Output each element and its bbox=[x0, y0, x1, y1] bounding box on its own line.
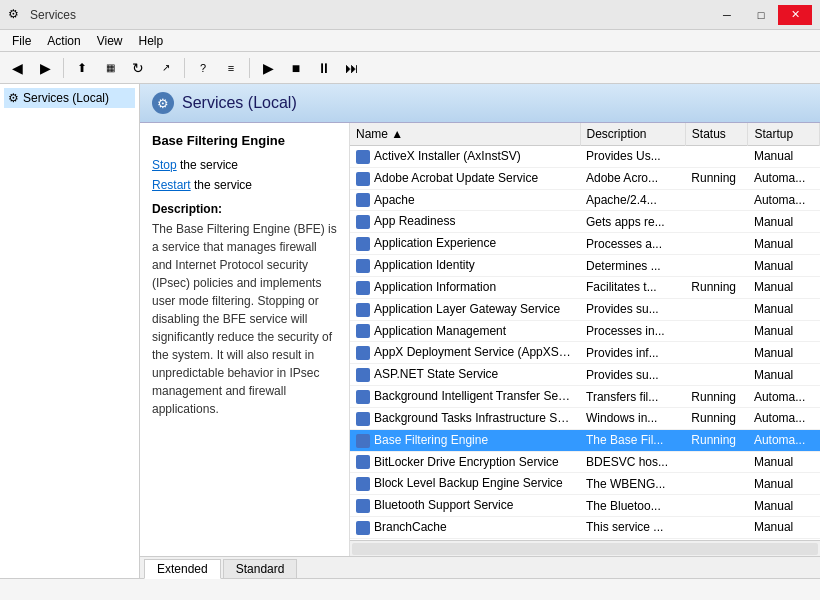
service-icon bbox=[356, 303, 370, 317]
service-status-cell bbox=[685, 146, 748, 168]
app-icon: ⚙ bbox=[8, 7, 24, 23]
service-status-cell bbox=[685, 517, 748, 539]
menu-view[interactable]: View bbox=[89, 32, 131, 50]
stop-suffix: the service bbox=[177, 158, 238, 172]
menu-action[interactable]: Action bbox=[39, 32, 88, 50]
services-table: Name ▲ Description Status Startup bbox=[350, 123, 820, 540]
col-name[interactable]: Name ▲ bbox=[350, 123, 580, 146]
main-container: ⚙ Services (Local) ⚙ Services (Local) Ba… bbox=[0, 84, 820, 578]
refresh-button[interactable]: ↻ bbox=[125, 56, 151, 80]
service-status-cell bbox=[685, 298, 748, 320]
show-hide-button[interactable]: ▦ bbox=[97, 56, 123, 80]
close-button[interactable]: ✕ bbox=[778, 5, 812, 25]
table-row[interactable]: Application InformationFacilitates t...R… bbox=[350, 276, 820, 298]
table-row[interactable]: Application Layer Gateway ServiceProvide… bbox=[350, 298, 820, 320]
table-row[interactable]: ASP.NET State ServiceProvides su...Manua… bbox=[350, 364, 820, 386]
table-row[interactable]: ActiveX Installer (AxInstSV)Provides Us.… bbox=[350, 146, 820, 168]
service-name-cell: BitLocker Drive Encryption Service bbox=[350, 451, 580, 473]
table-row[interactable]: Background Tasks Infrastructure ServiceW… bbox=[350, 407, 820, 429]
service-name-cell: Adobe Acrobat Update Service bbox=[350, 167, 580, 189]
col-startup[interactable]: Startup bbox=[748, 123, 820, 146]
service-status-cell bbox=[685, 211, 748, 233]
service-startup-cell: Manual bbox=[748, 538, 820, 540]
tab-standard[interactable]: Standard bbox=[223, 559, 298, 578]
service-desc-cell: Gets apps re... bbox=[580, 211, 685, 233]
up-button[interactable]: ⬆ bbox=[69, 56, 95, 80]
forward-button[interactable]: ▶ bbox=[32, 56, 58, 80]
service-name-cell: BranchCache bbox=[350, 517, 580, 539]
tab-extended[interactable]: Extended bbox=[144, 559, 221, 579]
service-desc-cell: Provides inf... bbox=[580, 342, 685, 364]
service-desc-cell: Copies user ... bbox=[580, 538, 685, 540]
table-row[interactable]: Adobe Acrobat Update ServiceAdobe Acro..… bbox=[350, 167, 820, 189]
service-startup-cell: Manual bbox=[748, 517, 820, 539]
export-button[interactable]: ↗ bbox=[153, 56, 179, 80]
service-startup-cell: Manual bbox=[748, 298, 820, 320]
table-row[interactable]: Bluetooth Support ServiceThe Bluetoo...M… bbox=[350, 495, 820, 517]
service-desc-cell: Apache/2.4... bbox=[580, 189, 685, 211]
sidebar-item-label: Services (Local) bbox=[23, 91, 109, 105]
table-row[interactable]: App ReadinessGets apps re...Manual bbox=[350, 211, 820, 233]
service-status-cell: Running bbox=[685, 407, 748, 429]
table-row[interactable]: Application ExperienceProcesses a...Manu… bbox=[350, 233, 820, 255]
service-name-cell: ActiveX Installer (AxInstSV) bbox=[350, 146, 580, 168]
menu-file[interactable]: File bbox=[4, 32, 39, 50]
maximize-button[interactable]: □ bbox=[744, 5, 778, 25]
service-name-cell: Application Information bbox=[350, 276, 580, 298]
status-tabs: Extended Standard bbox=[140, 556, 820, 578]
service-startup-cell: Manual bbox=[748, 233, 820, 255]
horizontal-scrollbar[interactable] bbox=[350, 540, 820, 556]
table-row[interactable]: Application IdentityDetermines ...Manual bbox=[350, 255, 820, 277]
play-button[interactable]: ▶ bbox=[255, 56, 281, 80]
stop-button[interactable]: ■ bbox=[283, 56, 309, 80]
table-row[interactable]: Base Filtering EngineThe Base Fil...Runn… bbox=[350, 429, 820, 451]
service-startup-cell: Automa... bbox=[748, 189, 820, 211]
sidebar-item-services-local[interactable]: ⚙ Services (Local) bbox=[4, 88, 135, 108]
service-status-cell bbox=[685, 364, 748, 386]
table-row[interactable]: Block Level Backup Engine ServiceThe WBE… bbox=[350, 473, 820, 495]
status-bar bbox=[0, 578, 820, 600]
help-button[interactable]: ? bbox=[190, 56, 216, 80]
menu-bar: File Action View Help bbox=[0, 30, 820, 52]
service-desc-cell: Determines ... bbox=[580, 255, 685, 277]
minimize-button[interactable]: ─ bbox=[710, 5, 744, 25]
service-startup-cell: Manual bbox=[748, 320, 820, 342]
service-startup-cell: Manual bbox=[748, 473, 820, 495]
stop-link[interactable]: Stop bbox=[152, 158, 177, 172]
back-button[interactable]: ◀ bbox=[4, 56, 30, 80]
col-status[interactable]: Status bbox=[685, 123, 748, 146]
service-icon bbox=[356, 434, 370, 448]
services-local-icon: ⚙ bbox=[8, 91, 19, 105]
table-row[interactable]: ApacheApache/2.4...Automa... bbox=[350, 189, 820, 211]
service-desc-cell: Transfers fil... bbox=[580, 386, 685, 408]
h-scrollbar-track[interactable] bbox=[352, 543, 818, 555]
service-startup-cell: Manual bbox=[748, 342, 820, 364]
service-icon bbox=[356, 259, 370, 273]
pause-button[interactable]: ⏸ bbox=[311, 56, 337, 80]
service-name-cell: Application Layer Gateway Service bbox=[350, 298, 580, 320]
table-row[interactable]: Background Intelligent Transfer ServiceT… bbox=[350, 386, 820, 408]
table-row[interactable]: BranchCacheThis service ...Manual bbox=[350, 517, 820, 539]
table-row[interactable]: AppX Deployment Service (AppXSVC)Provide… bbox=[350, 342, 820, 364]
table-row[interactable]: BitLocker Drive Encryption ServiceBDESVC… bbox=[350, 451, 820, 473]
menu-help[interactable]: Help bbox=[131, 32, 172, 50]
table-container[interactable]: Name ▲ Description Status Startup bbox=[350, 123, 820, 540]
service-icon bbox=[356, 215, 370, 229]
table-row[interactable]: Application ManagementProcesses in...Man… bbox=[350, 320, 820, 342]
services-header-icon: ⚙ bbox=[152, 92, 174, 114]
right-panel: Name ▲ Description Status Startup bbox=[350, 123, 820, 556]
service-startup-cell: Automa... bbox=[748, 386, 820, 408]
service-startup-cell: Manual bbox=[748, 495, 820, 517]
restart-button[interactable]: ⏭ bbox=[339, 56, 365, 80]
service-startup-cell: Manual bbox=[748, 211, 820, 233]
service-status-cell bbox=[685, 495, 748, 517]
description-text: The Base Filtering Engine (BFE) is a ser… bbox=[152, 220, 337, 418]
restart-suffix: the service bbox=[191, 178, 252, 192]
table-row[interactable]: Certificate PropagationCopies user ...Ma… bbox=[350, 538, 820, 540]
col-description[interactable]: Description bbox=[580, 123, 685, 146]
service-name-cell: AppX Deployment Service (AppXSVC) bbox=[350, 342, 580, 364]
properties-button[interactable]: ≡ bbox=[218, 56, 244, 80]
service-startup-cell: Manual bbox=[748, 276, 820, 298]
restart-link[interactable]: Restart bbox=[152, 178, 191, 192]
service-desc-cell: Provides Us... bbox=[580, 146, 685, 168]
